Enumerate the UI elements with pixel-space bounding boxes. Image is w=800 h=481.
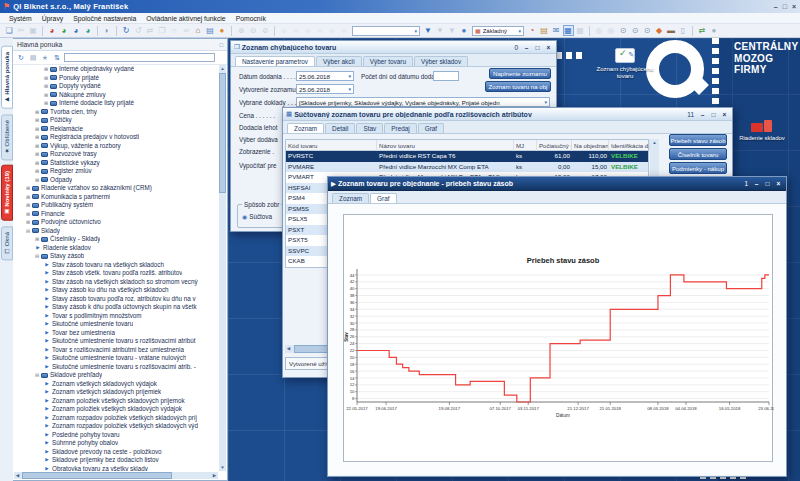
scroll-left-icon[interactable]: ◀ xyxy=(14,472,21,479)
window-titlebar[interactable]: ▶ Zoznam tovaru pre objednanie - priebeh… xyxy=(328,177,786,191)
tree-item-dopyty-vydan[interactable]: ⊞Dopyty vydané xyxy=(14,82,218,91)
list-icon[interactable]: ▤ xyxy=(28,54,38,62)
expand-icon[interactable]: ⊞ xyxy=(43,82,49,91)
tree-item-zoznam-rozpadov-polo-iek-v-etk-ch-skladov-ch-v-d[interactable]: ▶Zoznam rozpadov položiek všetkých sklad… xyxy=(14,422,218,431)
table-row[interactable]: PVRSTCPřední vidlice RST Capa T6ks61,001… xyxy=(286,151,648,162)
tab-detail[interactable]: Detail xyxy=(325,123,355,133)
tab-zoznam[interactable]: Zoznam xyxy=(332,193,369,203)
collapse-icon[interactable]: ⊟ xyxy=(25,227,31,236)
tree-item-skladov-preh-ady[interactable]: ⊟Skladové prehľady xyxy=(14,371,218,380)
view-profile-combo[interactable]: ▦Základný▾ xyxy=(472,26,524,36)
tree-item-stav-z-sob-v-etk-tovaru-pod-a-rozli-atrib-tov[interactable]: ▶Stav zásob všetk. tovaru podľa rozliš. … xyxy=(14,269,218,278)
tree-item-p-i-ky[interactable]: ⊞Pôžičky xyxy=(14,116,218,125)
expand-icon[interactable]: ⊞ xyxy=(25,201,31,210)
notes-icon[interactable]: ▤ xyxy=(539,25,550,36)
tree-item-skladov-prevody-na-ceste-polo-kovo[interactable]: ▶Skladové prevody na ceste - položkovo xyxy=(14,448,218,457)
chart-pie-icon[interactable]: ◔ xyxy=(527,25,538,36)
list-creation-date-input[interactable]: 25.06.2018▾ xyxy=(296,84,354,94)
minimize-button[interactable]: – xyxy=(522,44,531,51)
tree-item-tovar-bez-umiestnenia[interactable]: ▶Tovar bez umiestnenia xyxy=(14,329,218,338)
tree-vertical-scrollbar[interactable]: ▲ ▼ xyxy=(219,65,226,471)
zoom-out-icon[interactable]: ⊙ xyxy=(630,25,641,36)
tree-item-stavy-z-sob-tovaru-pod-a-roz-atrib-tov-ku-d-u-na-v[interactable]: ▶Stavy zásob tovaru podľa roz. atribútov… xyxy=(14,295,218,304)
desktop-icon-zoznam-chybajuceho-tovaru[interactable]: ✓ ✎ Zoznam chýbajúceho tovaru xyxy=(588,48,662,80)
expand-icon[interactable]: ⊞ xyxy=(34,116,40,125)
tab-zoznam[interactable]: Zoznam xyxy=(287,123,324,133)
collapse-icon[interactable]: ⊟ xyxy=(34,371,40,380)
tree-item-zoznam-rozpadov-polo-iek-v-etk-ch-skladov-ch-pr-j[interactable]: ▶Zoznam rozpadov položiek všetkých sklad… xyxy=(14,414,218,423)
quick-filter-combo[interactable]: ▾ xyxy=(352,26,420,36)
tab-v-ber-skladov[interactable]: Výber skladov xyxy=(414,56,468,66)
tab-v-ber-tovaru[interactable]: Výber tovaru xyxy=(363,56,413,66)
expand-icon[interactable]: ⊞ xyxy=(25,218,31,227)
menu-syst-m[interactable]: Systém xyxy=(4,15,37,22)
globe-teal-icon[interactable]: ◕ xyxy=(83,25,94,36)
selected-documents-combo[interactable]: [Skladové príjemky, Skladové výdajky, Vy… xyxy=(296,97,550,107)
column-header-k-d-tovaru[interactable]: Kód tovaru xyxy=(286,140,377,151)
scroll-right-icon[interactable]: ▶ xyxy=(211,472,218,479)
export-icon[interactable]: ⇄ xyxy=(697,25,708,36)
tree-item-obratovka-tovaru-za-v-etky-sklady[interactable]: ▶Obratovka tovaru za všetky sklady xyxy=(14,465,218,472)
tree-item-podvojn-tovn-ctvo[interactable]: ⊞Podvojné účtovníctvo xyxy=(14,218,218,227)
tree-item-skladov-pr-jemky-bez-dodac-ch-listov[interactable]: ▶Skladové príjemky bez dodacích listov xyxy=(14,456,218,465)
tree-horizontal-scrollbar[interactable]: ◀ ▶ xyxy=(14,472,218,479)
column-header-na-objednanie[interactable]: Na objednanie xyxy=(572,140,609,151)
favorite-star-icon[interactable]: ★ xyxy=(40,54,50,62)
tree-item-registr-cia-predajov-v-hotovosti[interactable]: ⊞Registrácia predajov v hotovosti xyxy=(14,133,218,142)
grid-view-icon[interactable]: ▦ xyxy=(563,25,574,36)
tree-item-stav-z-sob-tovaru-na-v-etk-ch-skladoch[interactable]: ▶Stav zásob tovaru na všetkých skladoch xyxy=(14,261,218,270)
summed-radio[interactable]: ◉Súčtova xyxy=(242,213,272,220)
printer-icon[interactable]: ▤ xyxy=(205,25,216,36)
column-header-n-zov-tovaru[interactable]: Názov tovaru xyxy=(377,140,514,151)
tree-item-stavy-z-sob[interactable]: ⊟Stavy zásob xyxy=(14,252,218,261)
tree-item-register-zml-v[interactable]: ⊞Register zmlúv xyxy=(14,167,218,176)
scroll-down-icon[interactable]: ▼ xyxy=(219,464,226,471)
scrollbar-thumb[interactable] xyxy=(219,73,226,193)
search-input[interactable] xyxy=(64,53,215,62)
refresh-icon[interactable]: ↻ xyxy=(121,25,132,36)
tree-item-publika-n-syst-m[interactable]: ⊞Publikačný systém xyxy=(14,201,218,210)
tree-item-rozvozov-trasy[interactable]: ⊞Rozvozové trasy xyxy=(14,150,218,159)
app-maximize-button[interactable]: □ xyxy=(783,3,787,10)
menu-ovl-danie-akt-vnej-funkcie[interactable]: Ovládanie aktívnej funkcie xyxy=(141,15,230,22)
zoom-fit-icon[interactable]: ⊙ xyxy=(642,25,653,36)
tree-item-stavy-z-sob-k-d-u-pod-a-tovn-ch-skup-n-na-v-etk[interactable]: ▶Stavy zásob k dňu podľa účtovných skupí… xyxy=(14,303,218,312)
mail-icon[interactable]: ✉ xyxy=(551,25,562,36)
stock-progress-button[interactable]: Priebeh stavu zásob xyxy=(669,134,727,146)
tree-item-zoznam-polo-iek-v-etk-ch-skladov-ch-pr-jemok[interactable]: ▶Zoznam položiek všetkých skladových prí… xyxy=(14,397,218,406)
globe-red-icon[interactable]: ◕ xyxy=(47,25,58,36)
tree-item-skuto-n-umiestnenie-tovaru-s-rozli-ovac-mi-atrib[interactable]: ▶Skutočné umiestnenie tovaru s rozlišova… xyxy=(14,363,218,372)
apply-icon[interactable]: ● xyxy=(459,25,470,36)
tree-item-financie[interactable]: ⊞Financie xyxy=(14,210,218,219)
tree-item-seln-ky-sklady[interactable]: ⊞Číselníky - Sklady xyxy=(14,235,218,244)
refresh-icon[interactable]: ↻ xyxy=(16,54,26,62)
tree-item-intern-dodacie-listy-prijat[interactable]: ⊞Interné dodacie listy prijaté xyxy=(14,99,218,108)
sphere-gray-icon[interactable]: ● xyxy=(709,25,720,36)
scroll-up-icon[interactable]: ▲ xyxy=(651,139,658,146)
tree-item-stavy-z-sob-ku-d-u-na-v-etk-ch-skladoch[interactable]: ▶Stavy zásob ku dňu na všetkých skladoch xyxy=(14,286,218,295)
table-row[interactable]: PVMAREPřední vidlice Marzocchi MX Comp E… xyxy=(286,162,648,173)
expand-icon[interactable]: ⊞ xyxy=(34,108,40,117)
favorite-icon[interactable]: ◆ xyxy=(654,25,665,36)
tree-item-n-kupn-zmluvy[interactable]: ⊞Nákupné zmluvy xyxy=(14,91,218,100)
expand-icon[interactable]: ⊞ xyxy=(25,193,31,202)
goods-to-order-button[interactable]: Zoznam tovaru na obj xyxy=(485,81,551,92)
goods-catalog-button[interactable]: Číselník tovaru xyxy=(669,148,727,160)
expand-icon[interactable]: ⊞ xyxy=(43,91,49,100)
desktop-icon-riadenie-skladov[interactable]: Riadenie skladov xyxy=(726,118,798,142)
tree-item-komunik-cia-s-partnermi[interactable]: ⊞Komunikácia s partnermi xyxy=(14,193,218,202)
expand-icon[interactable]: ⊞ xyxy=(34,133,40,142)
window-titlebar[interactable]: ❒ Zoznam chýbajúceho tovaru 0 – □ × xyxy=(231,41,556,54)
tree-item-tatistick-v-kazy[interactable]: ⊞Štatistické výkazy xyxy=(14,159,218,168)
sidebar-tab-novinky-19[interactable]: ▣Novinky (19) xyxy=(1,165,13,221)
sidebar-tab-ob-ben[interactable]: ★Obľúbené xyxy=(1,114,13,160)
tab-graf[interactable]: Graf xyxy=(370,193,396,203)
delivery-date-input[interactable]: 25.06.2018▾ xyxy=(296,71,354,81)
document-icon[interactable]: ▯ xyxy=(678,25,689,36)
zoom-in-icon[interactable]: ⊙ xyxy=(618,25,629,36)
expand-icon[interactable]: ⊞ xyxy=(34,167,40,176)
column-header-po-iato-n-stav[interactable]: Počiatočný stav xyxy=(537,140,572,151)
days-from-delivery-input[interactable] xyxy=(433,71,459,81)
tree-item-odpady[interactable]: ⊞Odpady xyxy=(14,176,218,185)
minimize-button[interactable]: – xyxy=(698,111,707,118)
